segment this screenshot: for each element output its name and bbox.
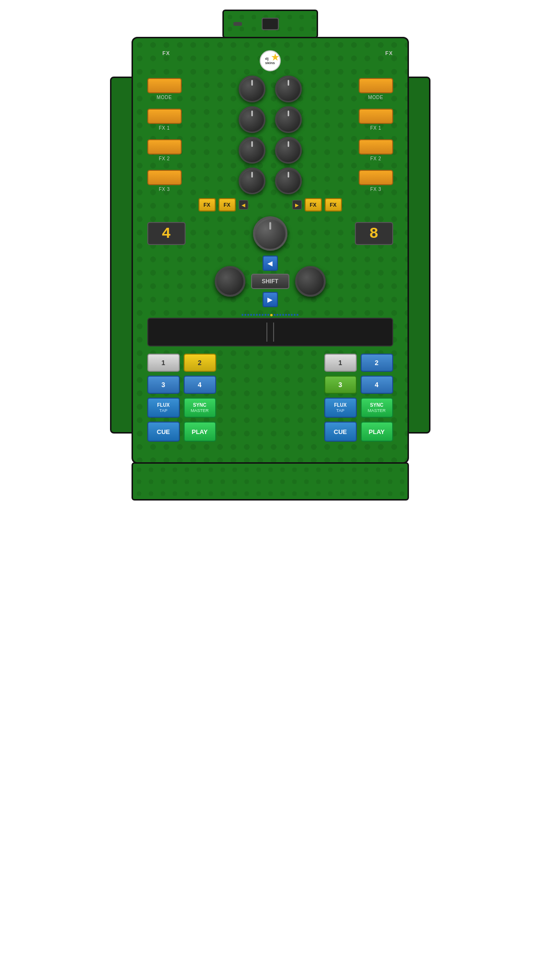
hotcue-left-3-label: 3 [162, 381, 165, 389]
hotcue-right-4-label: 4 [375, 381, 379, 389]
logo-area: djskins ★ [260, 50, 281, 71]
fx1-left-btn-group: FX 1 [147, 109, 182, 131]
pitch-dot [256, 314, 258, 316]
fx2-knobs-center [239, 137, 302, 164]
hotcue-left-2-label: 2 [198, 359, 202, 367]
pitch-dot [285, 314, 287, 316]
fx-select-left-2[interactable]: FX [219, 198, 236, 212]
knob-fx2-right[interactable] [275, 137, 302, 164]
fx1-right-button[interactable] [359, 109, 393, 124]
hotcue-row-1: 1 2 1 2 [147, 354, 393, 372]
hotcue-left-row2: 3 4 [147, 376, 216, 394]
pitch-dot [279, 314, 281, 316]
jog-knob-right[interactable] [295, 266, 326, 297]
cue-left-button[interactable]: CUE [147, 422, 180, 442]
fx3-row: FX 3 FX 3 [147, 167, 393, 194]
knob-fx1-right[interactable] [275, 106, 302, 133]
fx2-right-label: FX 2 [370, 156, 381, 161]
pitch-dot [259, 314, 261, 316]
hotcue-left-2-button[interactable]: 2 [184, 354, 216, 372]
inner-panel: FX djskins ★ FX MODE [133, 43, 408, 453]
pitch-dot-center [270, 314, 273, 316]
shift-row: ◀ SHIFT ▶ [147, 256, 393, 307]
display-row: 4 8 [147, 216, 393, 251]
fx3-left-button[interactable] [147, 170, 182, 185]
knob-fx1-left[interactable] [239, 106, 265, 133]
mode-left-btn-group: MODE [147, 78, 182, 100]
nav-knob[interactable] [253, 216, 287, 251]
flux-sync-row: FLUX TAP SYNC MASTER FLUX TAP [147, 398, 393, 418]
bottom-connector [132, 462, 409, 501]
flux-left-button[interactable]: FLUX TAP [147, 398, 180, 418]
pitch-dot [294, 314, 296, 316]
fx-selector-row: FX FX ◀ ▶ FX FX [147, 198, 393, 212]
knob-mode-left[interactable] [239, 76, 265, 102]
fx2-right-button[interactable] [359, 139, 393, 155]
pitch-dot [276, 314, 278, 316]
fx-select-right-2[interactable]: FX [325, 198, 342, 212]
hotcue-left-3-button[interactable]: 3 [147, 376, 180, 394]
fx1-right-label: FX 1 [370, 125, 381, 131]
transport-left-flux-sync: FLUX TAP SYNC MASTER [147, 398, 216, 418]
jog-knob-left[interactable] [215, 266, 245, 297]
hotcue-section: 1 2 1 2 [147, 354, 393, 394]
hotcue-right-1-button[interactable]: 1 [324, 354, 357, 372]
cue-left-label: CUE [157, 428, 170, 435]
knob-fx2-left[interactable] [239, 137, 265, 164]
cue-play-row: CUE PLAY CUE PLAY [147, 422, 393, 442]
fx1-row: FX 1 FX 1 [147, 106, 393, 133]
mode-right-button[interactable] [359, 78, 393, 93]
transport-left-cue-play: CUE PLAY [147, 422, 216, 442]
pitch-dots-row [147, 312, 393, 318]
fx3-right-button[interactable] [359, 170, 393, 185]
sync-right-button[interactable]: SYNC MASTER [361, 398, 393, 418]
pitch-dot [242, 314, 243, 316]
transport-right-cue-play: CUE PLAY [324, 422, 393, 442]
pitch-dot [291, 314, 293, 316]
hotcue-left-1-button[interactable]: 1 [147, 354, 180, 372]
knob-fx3-right[interactable] [275, 167, 302, 194]
flux-left-top-label: FLUX [157, 403, 169, 408]
play-left-button[interactable]: PLAY [184, 422, 216, 442]
hotcue-right-3-button[interactable]: 3 [324, 376, 357, 394]
controller-wrapper: FX djskins ★ FX MODE [132, 10, 409, 501]
fx3-knobs-center [239, 167, 302, 194]
arrow-right-button[interactable]: ▶ [292, 200, 302, 210]
pitch-strip-container [147, 312, 393, 346]
sync-left-top-label: SYNC [193, 403, 207, 408]
pitch-dot [267, 314, 269, 316]
pitch-dot [282, 314, 284, 316]
play-right-button[interactable]: PLAY [361, 422, 393, 442]
display-right: 8 [355, 222, 393, 245]
nav-right-arrow-button[interactable]: ▶ [263, 292, 278, 307]
fx-select-right-1[interactable]: FX [305, 198, 322, 212]
arrow-left-button[interactable]: ◀ [239, 200, 248, 210]
pitch-dot [247, 314, 249, 316]
pitch-strip[interactable] [147, 318, 393, 346]
knob-fx3-left[interactable] [239, 167, 265, 194]
fx2-left-button[interactable] [147, 139, 182, 155]
pitch-dot [250, 314, 252, 316]
fx-right-label: FX [355, 50, 393, 56]
hotcue-left-4-button[interactable]: 4 [184, 376, 216, 394]
fx-left-label: FX [147, 50, 186, 56]
knob-mode-right[interactable] [275, 76, 302, 102]
fx-select-left-1[interactable]: FX [198, 198, 216, 212]
hotcue-right-2-button[interactable]: 2 [361, 354, 393, 372]
pitch-dot [262, 314, 264, 316]
hotcue-left-1-label: 1 [162, 359, 165, 367]
mode-left-button[interactable] [147, 78, 182, 93]
flux-right-top-label: FLUX [334, 403, 346, 408]
display-left-number: 4 [162, 225, 171, 243]
fx1-left-button[interactable] [147, 109, 182, 124]
hotcue-right-row2: 3 4 [324, 376, 393, 394]
nav-left-arrow-button[interactable]: ◀ [263, 256, 278, 271]
pitch-dot [253, 314, 255, 316]
hotcue-right-4-button[interactable]: 4 [361, 376, 393, 394]
play-right-label: PLAY [369, 428, 385, 435]
sync-left-button[interactable]: SYNC MASTER [184, 398, 216, 418]
flux-right-button[interactable]: FLUX TAP [324, 398, 357, 418]
cue-right-button[interactable]: CUE [324, 422, 357, 442]
pitch-line-left [266, 323, 267, 342]
shift-button[interactable]: SHIFT [251, 274, 289, 289]
